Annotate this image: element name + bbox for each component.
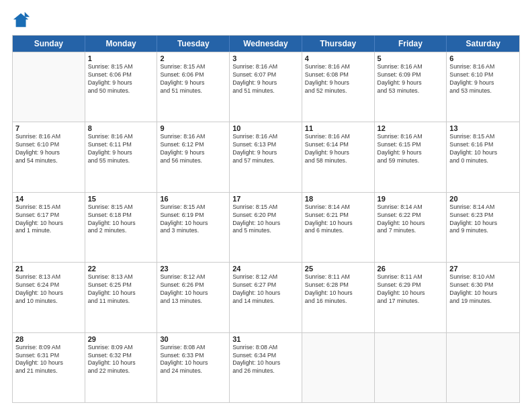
day-info: Sunrise: 8:13 AM Sunset: 6:25 PM Dayligh… bbox=[88, 273, 154, 306]
day-number: 7 bbox=[15, 124, 82, 132]
calendar-day-cell: 24Sunrise: 8:12 AM Sunset: 6:27 PM Dayli… bbox=[230, 263, 302, 332]
calendar-day-cell: 1Sunrise: 8:15 AM Sunset: 6:06 PM Daylig… bbox=[85, 52, 158, 122]
day-number: 20 bbox=[449, 195, 517, 203]
calendar-grid: SundayMondayTuesdayWednesdayThursdayFrid… bbox=[12, 35, 520, 403]
calendar-day-cell: 7Sunrise: 8:16 AM Sunset: 6:10 PM Daylig… bbox=[13, 122, 85, 191]
day-info: Sunrise: 8:10 AM Sunset: 6:30 PM Dayligh… bbox=[449, 273, 517, 306]
calendar-day-cell: 4Sunrise: 8:16 AM Sunset: 6:08 PM Daylig… bbox=[302, 52, 375, 122]
calendar-header-cell: Monday bbox=[85, 36, 158, 52]
calendar-day-cell: 6Sunrise: 8:16 AM Sunset: 6:10 PM Daylig… bbox=[447, 52, 519, 122]
calendar-day-cell: 22Sunrise: 8:13 AM Sunset: 6:25 PM Dayli… bbox=[85, 263, 158, 332]
calendar-week-row: 14Sunrise: 8:15 AM Sunset: 6:17 PM Dayli… bbox=[13, 192, 519, 262]
calendar-header-cell: Thursday bbox=[302, 36, 375, 52]
calendar-page: SundayMondayTuesdayWednesdayThursdayFrid… bbox=[0, 0, 532, 411]
day-number: 1 bbox=[88, 54, 154, 62]
day-info: Sunrise: 8:15 AM Sunset: 6:20 PM Dayligh… bbox=[232, 203, 299, 236]
calendar-day-cell: 16Sunrise: 8:15 AM Sunset: 6:19 PM Dayli… bbox=[157, 193, 230, 262]
calendar-day-cell: 23Sunrise: 8:12 AM Sunset: 6:26 PM Dayli… bbox=[157, 263, 230, 332]
day-info: Sunrise: 8:08 AM Sunset: 6:34 PM Dayligh… bbox=[232, 344, 299, 376]
day-number: 16 bbox=[160, 195, 226, 203]
day-number: 19 bbox=[378, 195, 444, 203]
calendar-day-cell: 25Sunrise: 8:11 AM Sunset: 6:28 PM Dayli… bbox=[302, 263, 375, 332]
day-info: Sunrise: 8:11 AM Sunset: 6:28 PM Dayligh… bbox=[305, 273, 371, 306]
day-info: Sunrise: 8:15 AM Sunset: 6:16 PM Dayligh… bbox=[449, 133, 517, 165]
day-info: Sunrise: 8:15 AM Sunset: 6:18 PM Dayligh… bbox=[88, 203, 154, 236]
day-info: Sunrise: 8:15 AM Sunset: 6:06 PM Dayligh… bbox=[88, 63, 154, 95]
day-info: Sunrise: 8:14 AM Sunset: 6:23 PM Dayligh… bbox=[449, 203, 517, 236]
day-info: Sunrise: 8:11 AM Sunset: 6:29 PM Dayligh… bbox=[378, 273, 444, 306]
day-info: Sunrise: 8:12 AM Sunset: 6:27 PM Dayligh… bbox=[232, 273, 299, 306]
day-number: 21 bbox=[15, 265, 82, 273]
svg-marker-1 bbox=[25, 12, 30, 17]
day-info: Sunrise: 8:09 AM Sunset: 6:31 PM Dayligh… bbox=[15, 344, 82, 376]
calendar-day-cell: 30Sunrise: 8:08 AM Sunset: 6:33 PM Dayli… bbox=[157, 333, 230, 402]
day-info: Sunrise: 8:12 AM Sunset: 6:26 PM Dayligh… bbox=[160, 273, 226, 306]
day-info: Sunrise: 8:16 AM Sunset: 6:14 PM Dayligh… bbox=[305, 133, 371, 165]
day-number: 14 bbox=[15, 195, 82, 203]
logo bbox=[12, 11, 34, 30]
day-info: Sunrise: 8:16 AM Sunset: 6:07 PM Dayligh… bbox=[232, 63, 299, 95]
calendar-week-row: 21Sunrise: 8:13 AM Sunset: 6:24 PM Dayli… bbox=[13, 262, 519, 332]
calendar-day-cell: 15Sunrise: 8:15 AM Sunset: 6:18 PM Dayli… bbox=[85, 193, 158, 262]
calendar-day-cell: 26Sunrise: 8:11 AM Sunset: 6:29 PM Dayli… bbox=[375, 263, 447, 332]
day-number: 27 bbox=[449, 265, 517, 273]
day-info: Sunrise: 8:14 AM Sunset: 6:22 PM Dayligh… bbox=[378, 203, 444, 236]
calendar-day-cell: 11Sunrise: 8:16 AM Sunset: 6:14 PM Dayli… bbox=[302, 122, 375, 191]
day-number: 5 bbox=[378, 54, 444, 62]
calendar-day-cell bbox=[13, 52, 85, 122]
day-number: 2 bbox=[160, 54, 226, 62]
calendar-day-cell: 28Sunrise: 8:09 AM Sunset: 6:31 PM Dayli… bbox=[13, 333, 85, 402]
calendar-day-cell: 5Sunrise: 8:16 AM Sunset: 6:09 PM Daylig… bbox=[375, 52, 447, 122]
calendar-day-cell: 17Sunrise: 8:15 AM Sunset: 6:20 PM Dayli… bbox=[230, 193, 302, 262]
day-info: Sunrise: 8:15 AM Sunset: 6:19 PM Dayligh… bbox=[160, 203, 226, 236]
calendar-day-cell: 13Sunrise: 8:15 AM Sunset: 6:16 PM Dayli… bbox=[447, 122, 519, 191]
day-info: Sunrise: 8:08 AM Sunset: 6:33 PM Dayligh… bbox=[160, 344, 226, 376]
calendar-day-cell: 3Sunrise: 8:16 AM Sunset: 6:07 PM Daylig… bbox=[230, 52, 302, 122]
day-number: 15 bbox=[88, 195, 154, 203]
calendar-day-cell: 19Sunrise: 8:14 AM Sunset: 6:22 PM Dayli… bbox=[375, 193, 447, 262]
calendar-day-cell bbox=[447, 333, 519, 402]
day-info: Sunrise: 8:16 AM Sunset: 6:09 PM Dayligh… bbox=[378, 63, 444, 95]
day-number: 31 bbox=[232, 335, 299, 343]
day-number: 6 bbox=[449, 54, 517, 62]
calendar-day-cell bbox=[302, 333, 375, 402]
day-number: 13 bbox=[449, 124, 517, 132]
day-info: Sunrise: 8:14 AM Sunset: 6:21 PM Dayligh… bbox=[305, 203, 371, 236]
day-number: 4 bbox=[305, 54, 371, 62]
calendar-day-cell: 29Sunrise: 8:09 AM Sunset: 6:32 PM Dayli… bbox=[85, 333, 158, 402]
calendar-day-cell: 18Sunrise: 8:14 AM Sunset: 6:21 PM Dayli… bbox=[302, 193, 375, 262]
day-number: 23 bbox=[160, 265, 226, 273]
day-number: 9 bbox=[160, 124, 226, 132]
day-info: Sunrise: 8:16 AM Sunset: 6:13 PM Dayligh… bbox=[232, 133, 299, 165]
calendar-day-cell: 20Sunrise: 8:14 AM Sunset: 6:23 PM Dayli… bbox=[447, 193, 519, 262]
calendar-header-cell: Wednesday bbox=[230, 36, 302, 52]
day-number: 17 bbox=[232, 195, 299, 203]
calendar-day-cell: 9Sunrise: 8:16 AM Sunset: 6:12 PM Daylig… bbox=[157, 122, 230, 191]
calendar-header-cell: Tuesday bbox=[157, 36, 230, 52]
page-header bbox=[12, 11, 520, 30]
day-number: 26 bbox=[378, 265, 444, 273]
day-info: Sunrise: 8:09 AM Sunset: 6:32 PM Dayligh… bbox=[88, 344, 154, 376]
calendar-day-cell: 21Sunrise: 8:13 AM Sunset: 6:24 PM Dayli… bbox=[13, 263, 85, 332]
calendar-day-cell: 31Sunrise: 8:08 AM Sunset: 6:34 PM Dayli… bbox=[230, 333, 302, 402]
day-info: Sunrise: 8:16 AM Sunset: 6:10 PM Dayligh… bbox=[449, 63, 517, 95]
calendar-week-row: 7Sunrise: 8:16 AM Sunset: 6:10 PM Daylig… bbox=[13, 122, 519, 191]
day-number: 24 bbox=[232, 265, 299, 273]
day-number: 8 bbox=[88, 124, 154, 132]
day-number: 12 bbox=[378, 124, 444, 132]
calendar-day-cell: 14Sunrise: 8:15 AM Sunset: 6:17 PM Dayli… bbox=[13, 193, 85, 262]
day-info: Sunrise: 8:15 AM Sunset: 6:17 PM Dayligh… bbox=[15, 203, 82, 236]
day-number: 10 bbox=[232, 124, 299, 132]
calendar-header-row: SundayMondayTuesdayWednesdayThursdayFrid… bbox=[13, 36, 519, 52]
day-info: Sunrise: 8:16 AM Sunset: 6:15 PM Dayligh… bbox=[378, 133, 444, 165]
calendar-week-row: 28Sunrise: 8:09 AM Sunset: 6:31 PM Dayli… bbox=[13, 332, 519, 402]
day-number: 3 bbox=[232, 54, 299, 62]
day-info: Sunrise: 8:13 AM Sunset: 6:24 PM Dayligh… bbox=[15, 273, 82, 306]
day-number: 25 bbox=[305, 265, 371, 273]
calendar-header-cell: Saturday bbox=[447, 36, 519, 52]
calendar-day-cell bbox=[375, 333, 447, 402]
calendar-header-cell: Friday bbox=[375, 36, 447, 52]
day-number: 22 bbox=[88, 265, 154, 273]
calendar-day-cell: 27Sunrise: 8:10 AM Sunset: 6:30 PM Dayli… bbox=[447, 263, 519, 332]
logo-icon bbox=[12, 11, 31, 30]
